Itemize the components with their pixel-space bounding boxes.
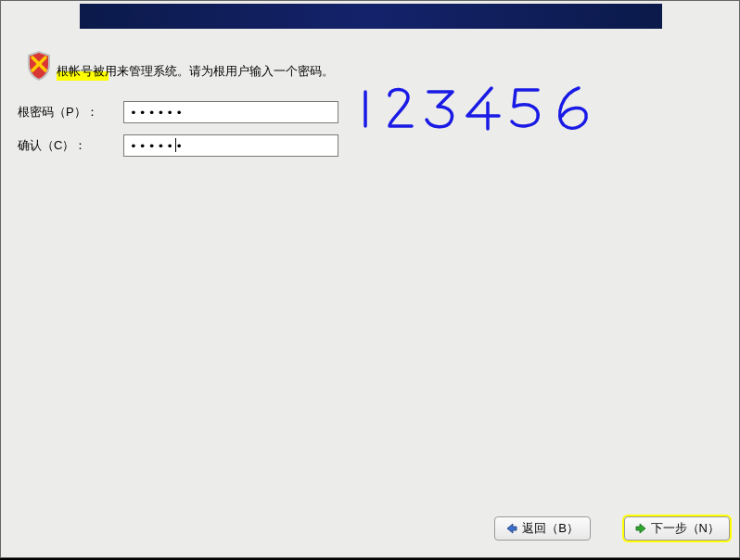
confirm-label: 确认（C）： xyxy=(18,137,123,154)
back-button[interactable]: 返回（B） xyxy=(494,516,591,541)
confirm-password-input[interactable] xyxy=(123,134,338,157)
svg-rect-0 xyxy=(36,63,42,66)
footer-nav: 返回（B） 下一步（N） xyxy=(494,516,730,541)
next-button-label: 下一步（N） xyxy=(651,520,720,537)
back-button-label: 返回（B） xyxy=(522,520,579,537)
arrow-right-icon xyxy=(634,522,647,535)
intro-text: 根帐号被用来管理系统。请为根用户输入一个密码。 xyxy=(57,63,334,80)
password-row: 根密码（P）： xyxy=(18,101,338,123)
arrow-left-icon xyxy=(505,522,518,535)
header-bar xyxy=(80,4,662,29)
root-password-input[interactable] xyxy=(123,101,338,123)
confirm-row: 确认（C）： xyxy=(18,134,338,157)
next-button[interactable]: 下一步（N） xyxy=(624,516,730,541)
shield-icon xyxy=(26,50,52,82)
password-label: 根密码（P）： xyxy=(18,104,123,121)
installer-window: 根帐号被用来管理系统。请为根用户输入一个密码。 根密码（P）： 确认（C）： xyxy=(0,0,740,558)
handwriting-annotation xyxy=(349,75,627,140)
